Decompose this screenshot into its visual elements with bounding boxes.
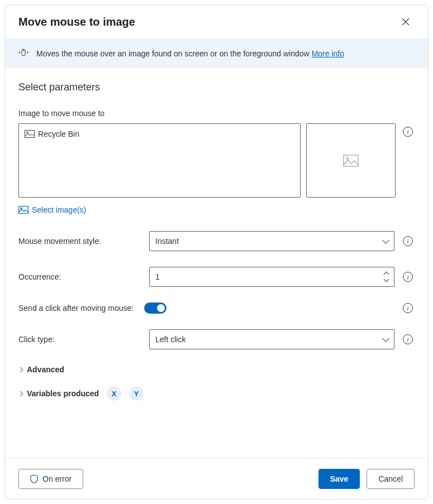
image-entry-label: Recycle Bin — [38, 129, 79, 138]
variable-badge-y[interactable]: Y — [129, 386, 144, 401]
picture-icon — [25, 130, 35, 138]
send-click-toggle[interactable] — [144, 303, 166, 314]
click-type-dropdown[interactable]: Left click — [149, 329, 394, 349]
picture-placeholder-icon — [343, 155, 359, 167]
variables-expander[interactable]: Variables produced X Y — [18, 386, 415, 401]
send-click-label: Send a click after moving mouse: — [18, 304, 137, 313]
dialog-body: Select parameters Image to move mouse to… — [5, 68, 428, 458]
movement-style-row: Mouse movement style: Instant i — [18, 231, 415, 251]
chevron-right-icon — [18, 391, 23, 396]
send-click-row: Send a click after moving mouse: i — [18, 303, 415, 314]
spinner-arrows[interactable] — [384, 272, 388, 281]
chevron-down-icon — [384, 277, 389, 282]
svg-rect-8 — [19, 207, 28, 214]
close-button[interactable] — [397, 13, 415, 31]
info-icon[interactable]: i — [403, 272, 413, 282]
picture-icon — [18, 206, 28, 214]
info-icon[interactable]: i — [403, 334, 413, 344]
info-icon[interactable]: i — [403, 303, 413, 313]
titlebar: Move mouse to image — [5, 5, 428, 39]
mouse-target-icon — [18, 47, 28, 59]
chevron-down-icon — [382, 237, 389, 244]
chevron-down-icon — [382, 335, 389, 342]
info-icon[interactable]: i — [403, 127, 413, 137]
toggle-knob — [157, 304, 165, 312]
variable-badge-x[interactable]: X — [107, 386, 121, 401]
svg-rect-4 — [25, 131, 35, 138]
cancel-button[interactable]: Cancel — [367, 469, 415, 489]
shield-icon — [30, 474, 38, 483]
advanced-expander[interactable]: Advanced — [18, 365, 415, 374]
occurrence-row: Occurrence: 1 i — [18, 267, 415, 287]
close-icon — [402, 18, 410, 26]
section-title: Select parameters — [18, 81, 415, 93]
image-field-label: Image to move mouse to — [18, 109, 415, 118]
dialog-footer: On error Save Cancel — [5, 458, 428, 499]
svg-point-7 — [346, 157, 349, 160]
dialog-title: Move mouse to image — [18, 16, 135, 28]
more-info-link[interactable]: More info — [312, 49, 344, 58]
movement-style-dropdown[interactable]: Instant — [149, 231, 394, 251]
movement-style-label: Mouse movement style: — [18, 237, 142, 246]
image-entry[interactable]: Recycle Bin — [25, 129, 294, 138]
dialog: Move mouse to image Moves the mouse over… — [4, 4, 429, 500]
click-type-label: Click type: — [18, 335, 142, 344]
occurrence-input[interactable]: 1 — [149, 267, 394, 287]
info-banner: Moves the mouse over an image found on s… — [5, 39, 428, 68]
select-images-link[interactable]: Select image(s) — [18, 205, 86, 214]
image-list-box[interactable]: Recycle Bin — [18, 123, 301, 198]
occurrence-label: Occurrence: — [18, 272, 142, 281]
chevron-right-icon — [18, 367, 23, 372]
image-preview-box — [306, 123, 396, 198]
on-error-button[interactable]: On error — [18, 469, 83, 489]
info-icon[interactable]: i — [403, 236, 413, 246]
click-type-row: Click type: Left click i — [18, 329, 415, 349]
image-selection-row: Recycle Bin i — [18, 123, 415, 198]
save-button[interactable]: Save — [318, 469, 360, 489]
svg-rect-6 — [344, 155, 358, 166]
banner-text: Moves the mouse over an image found on s… — [36, 49, 344, 58]
